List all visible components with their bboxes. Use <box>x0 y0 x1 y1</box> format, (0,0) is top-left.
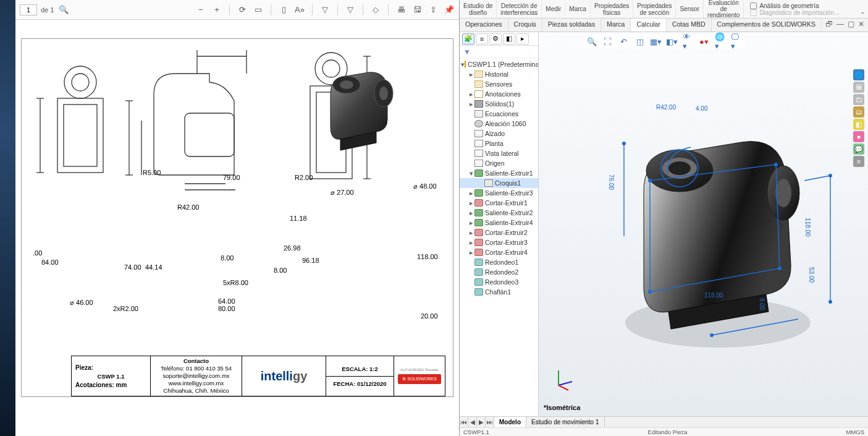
zoom-area-icon[interactable]: ⛶ <box>602 36 613 47</box>
ribbon-eval-rendimiento[interactable]: Evaluaciónderendimiento <box>704 0 744 18</box>
tree-chaflan1[interactable]: Chaflán1 <box>460 287 538 297</box>
page-number-input[interactable] <box>20 4 37 15</box>
save-icon[interactable]: 🖫 <box>411 4 423 16</box>
taskpane-file-explorer-icon[interactable]: 🗀 <box>853 94 864 105</box>
tree-origen[interactable]: Origen <box>460 158 538 168</box>
ribbon-medir[interactable]: Medir <box>542 0 565 18</box>
rotate-icon[interactable]: ⟳ <box>236 4 248 16</box>
tree-planta[interactable]: Planta <box>460 139 538 148</box>
display-style-icon[interactable]: ◧▾ <box>667 36 678 47</box>
view-settings-icon[interactable]: 🖵▾ <box>731 36 742 47</box>
tree-alzado[interactable]: Alzado <box>460 129 538 139</box>
fm-filter-icon[interactable]: ▼ <box>460 46 538 58</box>
draw-tool-icon[interactable]: ▽ <box>319 4 331 16</box>
tree-material[interactable]: Aleación 1060 <box>460 119 538 129</box>
tree-saliente2[interactable]: ▸Saliente-Extruir2 <box>460 208 538 218</box>
tree-saliente1[interactable]: ▾Saliente-Extruir1 <box>460 168 538 178</box>
tree-cortar4[interactable]: ▸Cortar-Extruir4 <box>460 247 538 257</box>
taskpane-design-lib-icon[interactable]: 🏛 <box>853 82 864 93</box>
tree-redondeo2[interactable]: Redondeo2 <box>460 267 538 277</box>
taskpane-more-icon[interactable]: ≡ <box>853 156 864 167</box>
ribbon-estudio-diseno[interactable]: Estudio dediseño <box>460 0 497 18</box>
tree-sensores[interactable]: Sensores <box>460 79 538 89</box>
taskpane-appearances-icon[interactable]: ◧ <box>853 119 864 130</box>
fm-tab-tree-icon[interactable]: 🧩 <box>462 33 474 45</box>
appearance-icon[interactable]: ●▾ <box>699 36 710 47</box>
hide-show-icon[interactable]: 👁▾ <box>683 36 694 47</box>
gfx-dim-76[interactable]: 76.00 <box>608 174 615 190</box>
ribbon-analisis-geom[interactable]: Análisis de geometría <box>748 2 857 9</box>
ribbon-prop-seccion[interactable]: Propiedadesde sección <box>633 0 676 18</box>
taskpane-custom-props-icon[interactable]: ● <box>853 131 864 142</box>
window-maximize-icon[interactable]: ▢ <box>848 20 854 30</box>
erase-icon[interactable]: ◇ <box>369 4 382 16</box>
tree-cortar1[interactable]: ▸Cortar-Extruir1 <box>460 198 538 208</box>
share-icon[interactable]: ⇪ <box>427 4 439 16</box>
prev-view-icon[interactable]: ↶ <box>618 36 630 47</box>
read-aloud-icon[interactable]: A» <box>293 4 306 16</box>
taskpane-view-palette-icon[interactable]: 🗂 <box>853 106 864 118</box>
tabnav-prev-icon[interactable]: ◀ <box>468 417 477 427</box>
fm-tab-more-icon[interactable]: ▸ <box>516 33 529 45</box>
highlight-tool-icon[interactable]: ▽ <box>344 4 356 16</box>
tab-calcular[interactable]: Calcular <box>631 19 667 32</box>
tree-solidos[interactable]: ▸Sólidos(1) <box>460 99 538 109</box>
tab-piezas-soldadas[interactable]: Piezas soldadas <box>542 19 601 32</box>
fit-page-icon[interactable]: ▭ <box>252 4 264 16</box>
tabnav-first-icon[interactable]: ⏮ <box>460 417 468 427</box>
model-3d-view[interactable] <box>576 106 841 366</box>
fm-tab-config-icon[interactable]: ⚙ <box>489 33 502 45</box>
zoom-in-icon[interactable]: + <box>211 4 223 16</box>
bottom-tab-modelo[interactable]: Modelo <box>494 417 526 427</box>
tabnav-next-icon[interactable]: ▶ <box>477 417 486 427</box>
tree-redondeo1[interactable]: Redondeo1 <box>460 257 538 267</box>
taskpane-resources-icon[interactable]: 🌐 <box>853 69 864 80</box>
gfx-dim-r42[interactable]: R42.00 <box>656 104 676 111</box>
ribbon-collapse-icon[interactable]: ⌃ <box>857 0 868 18</box>
window-close-icon[interactable]: ✕ <box>858 20 864 30</box>
pdf-viewport[interactable]: .00 84.00 ⌀ 46.00 2xR2.00 <box>15 20 459 436</box>
zoom-out-icon[interactable]: − <box>195 4 207 16</box>
gfx-dim-8[interactable]: 8.00 <box>759 298 765 310</box>
gfx-dim-118v[interactable]: 118.00 <box>804 218 811 237</box>
gfx-dim-118[interactable]: 118.00 <box>704 292 723 299</box>
tree-saliente4[interactable]: ▸Saliente-Extruir4 <box>460 218 538 228</box>
ribbon-marca[interactable]: Marca <box>565 0 591 18</box>
gfx-dim-53[interactable]: 53.00 <box>808 267 815 283</box>
feature-tree[interactable]: ▾CSWP1.1 (Predeterminado) ▸Historial Sen… <box>460 58 538 416</box>
ribbon-deteccion-interferencias[interactable]: Detección deinterferencias <box>497 0 542 18</box>
zoom-fit-icon[interactable]: 🔍 <box>586 36 597 47</box>
scene-icon[interactable]: 🌐▾ <box>715 36 726 47</box>
gfx-dim-4[interactable]: 4.00 <box>696 105 707 112</box>
ribbon-prop-fisicas[interactable]: Propiedadesfísicas <box>591 0 633 18</box>
tab-croquis[interactable]: Croquis <box>508 19 542 32</box>
tab-cotas-mbd[interactable]: Cotas MBD <box>667 19 712 32</box>
pin-icon[interactable]: 📌 <box>443 4 455 16</box>
view-orient-icon[interactable]: ▦▾ <box>651 36 662 47</box>
page-view-icon[interactable]: ▯ <box>277 4 290 16</box>
tab-marca[interactable]: Marca <box>601 19 631 32</box>
tree-vista-lateral[interactable]: Vista lateral <box>460 148 538 158</box>
tab-complementos[interactable]: Complementos de SOLIDWORKS <box>712 19 822 32</box>
fm-tab-dimxpert-icon[interactable]: ◧ <box>503 33 515 45</box>
tabnav-last-icon[interactable]: ⏭ <box>486 417 494 427</box>
fm-tab-propmgr-icon[interactable]: ≡ <box>476 33 488 45</box>
tree-historial[interactable]: ▸Historial <box>460 69 538 79</box>
tree-redondeo3[interactable]: Redondeo3 <box>460 277 538 287</box>
tree-anotaciones[interactable]: ▸Anotaciones <box>460 89 538 99</box>
tree-ecuaciones[interactable]: Ecuaciones <box>460 109 538 119</box>
bottom-tab-motion1[interactable]: Estudio de movimiento 1 <box>526 417 605 427</box>
tree-cortar3[interactable]: ▸Cortar-Extruir3 <box>460 237 538 247</box>
tree-croquis1[interactable]: Croquis1 <box>460 178 538 188</box>
tab-operaciones[interactable]: Operaciones <box>460 19 508 32</box>
taskpane-forum-icon[interactable]: 💬 <box>853 143 864 155</box>
tree-root[interactable]: ▾CSWP1.1 (Predeterminado) <box>460 59 538 69</box>
search-icon[interactable]: 🔍 <box>57 4 70 16</box>
tree-cortar2[interactable]: ▸Cortar-Extruir2 <box>460 228 538 237</box>
window-minimize-icon[interactable]: — <box>836 20 844 30</box>
ribbon-sensor[interactable]: Sensor <box>676 0 704 18</box>
section-view-icon[interactable]: ◫ <box>634 36 646 47</box>
orientation-triad[interactable] <box>551 367 576 391</box>
graphics-area[interactable]: R42.00 4.00 76.00 118.00 53.00 8.00 118.… <box>539 32 868 416</box>
window-restore-icon[interactable]: 🗗 <box>825 20 833 30</box>
